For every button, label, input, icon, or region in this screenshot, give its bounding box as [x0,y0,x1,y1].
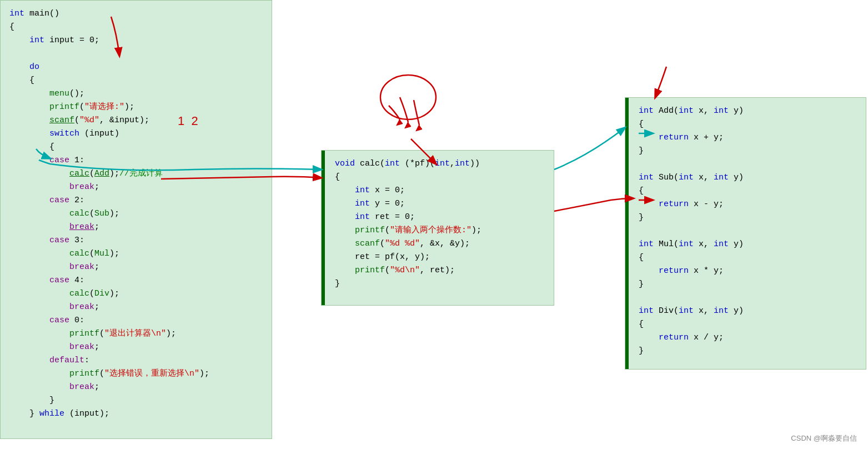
code-line: break; [9,381,263,394]
left-bar-arith [625,98,629,369]
code-line: case 2: [9,194,263,207]
code-line: break; [9,221,263,234]
code-line: } [330,277,545,291]
code-line: int Add(int x, int y) [639,104,857,118]
code-line: { [639,184,857,198]
code-line: int ret = 0; [330,211,545,224]
code-line: { [9,74,263,87]
watermark: CSDN @啊淼要自信 [791,433,857,443]
code-line: void calc(int (*pf)(int,int)) [330,157,545,171]
code-line: } [639,144,857,158]
code-line [639,158,857,171]
code-line: } [639,211,857,225]
code-line: case 4: [9,274,263,287]
svg-point-0 [380,75,436,119]
code-line: break; [9,301,263,314]
code-line: int input = 0; [9,34,263,47]
code-line: } while (input); [9,407,263,421]
code-line: printf("%d\n", ret); [330,264,545,277]
code-line: do [9,61,263,74]
code-line: { [639,251,857,265]
code-line: { [330,171,545,184]
code-line: calc(Sub); [9,207,263,221]
code-line: calc(Div); [9,287,263,301]
code-line: int Sub(int x, int y) [639,171,857,184]
code-line [639,291,857,305]
code-line: ret = pf(x, y); [330,251,545,264]
code-line: switch (input) [9,127,263,141]
left-bar [322,151,325,305]
code-line: return x / y; [639,331,857,345]
code-line: int Div(int x, int y) [639,305,857,318]
code-line: break; [9,181,263,194]
code-line: { [639,318,857,331]
code-line: default: [9,354,263,367]
code-line: scanf("%d", &input); [9,114,263,127]
code-line: } [639,345,857,358]
code-line: return x - y; [639,198,857,211]
main-code-panel: int main() { int input = 0; do { menu();… [0,0,272,439]
arith-code-panel: int Add(int x, int y) { return x + y; } … [625,97,866,370]
code-line: case 1: [9,154,263,167]
code-line: return x * y; [639,265,857,278]
calc-code-panel: void calc(int (*pf)(int,int)) { int x = … [321,150,554,306]
code-line: scanf("%d %d", &x, &y); [330,237,545,251]
code-line [639,225,857,238]
code-line: } [9,394,263,407]
code-line: int main() [9,7,263,21]
code-line: { [9,21,263,34]
code-line: int x = 0; [330,184,545,197]
code-line: } [639,278,857,291]
code-line [9,47,263,61]
code-line: printf("请选择:"); [9,101,263,114]
code-line: printf("退出计算器\n"); [9,327,263,341]
code-line: break; [9,341,263,354]
code-line: calc(Mul); [9,247,263,261]
code-line: printf("请输入两个操作数:"); [330,224,545,237]
code-line: int Mul(int x, int y) [639,238,857,251]
code-line: int y = 0; [330,197,545,211]
code-line: case 0: [9,314,263,327]
code-line: calc(Add);//完成计算 [9,167,263,181]
annotation-numbers: 1 2 [178,114,198,128]
code-line: break; [9,261,263,274]
code-line: menu(); [9,87,263,101]
code-line: return x + y; [639,131,857,144]
code-line: { [9,141,263,154]
code-line: printf("选择错误，重新选择\n"); [9,367,263,381]
code-line: { [639,118,857,131]
code-line: case 3: [9,234,263,247]
